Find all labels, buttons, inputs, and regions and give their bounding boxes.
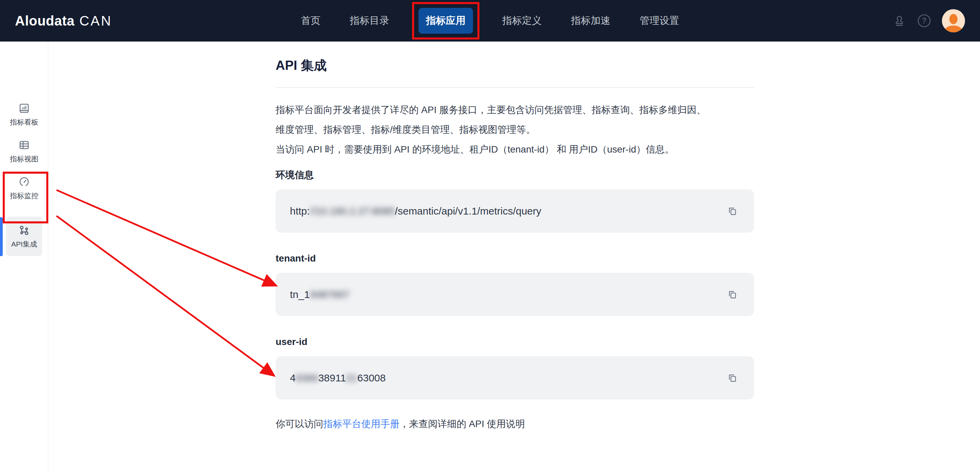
section-label-env: 环境信息 bbox=[275, 167, 754, 183]
value-segment: 38911 bbox=[318, 372, 346, 383]
avatar-body-shape bbox=[944, 26, 963, 32]
footnote-pre: 你可以访问 bbox=[275, 419, 323, 429]
section-label-tenant-id: tenant-id bbox=[275, 251, 754, 266]
stamp-icon-glyph bbox=[892, 14, 907, 28]
main-panel: API 集成 指标平台面向开发者提供了详尽的 API 服务接口，主要包含访问凭据… bbox=[48, 41, 980, 472]
manual-footnote: 你可以访问指标平台使用手册，来查阅详细的 API 使用说明 bbox=[275, 416, 754, 432]
env-url-value: http://10.160.2.27:8085/semantic/api/v1.… bbox=[290, 205, 541, 217]
brand-suffix: CAN bbox=[79, 13, 112, 29]
app-logo: Aloudata CAN bbox=[15, 13, 112, 29]
nav-item-home[interactable]: 首页 bbox=[301, 14, 321, 27]
nav-item-admin-settings[interactable]: 管理设置 bbox=[640, 14, 679, 27]
top-navbar: Aloudata CAN 首页 指标目录 指标应用 指标定义 指标加速 管理设置… bbox=[0, 0, 980, 41]
blurred-segment: 9487697 bbox=[310, 289, 350, 300]
env-url-field: http://10.160.2.27:8085/semantic/api/v1.… bbox=[275, 189, 754, 233]
blurred-segment: //10.160.2.27:8085 bbox=[310, 205, 395, 217]
sidebar-item-label: API集成 bbox=[11, 239, 37, 249]
table-icon bbox=[18, 139, 30, 151]
nav-item-metric-catalog[interactable]: 指标目录 bbox=[350, 14, 389, 27]
api-integration-page: API 集成 指标平台面向开发者提供了详尽的 API 服务接口，主要包含访问凭据… bbox=[275, 41, 754, 432]
value-segment: 4 bbox=[290, 372, 296, 383]
copy-icon bbox=[726, 372, 738, 384]
description-line: 当访问 API 时，需要使用到 API 的环境地址、租户ID（tenant-id… bbox=[275, 140, 754, 159]
sidebar-item-metric-view[interactable]: 指标视图 bbox=[6, 134, 42, 168]
sidebar-item-label: 指标视图 bbox=[10, 154, 38, 164]
gauge-icon bbox=[18, 176, 30, 188]
value-segment: tn_1 bbox=[290, 289, 310, 300]
sidebar-item-metric-monitor[interactable]: 指标监控 bbox=[6, 171, 42, 205]
page-description: 指标平台面向开发者提供了详尽的 API 服务接口，主要包含访问凭据管理、指标查询… bbox=[275, 100, 754, 159]
brand-name: Aloudata bbox=[15, 13, 75, 29]
copy-button[interactable] bbox=[725, 370, 740, 386]
sidebar-item-label: 指标监控 bbox=[10, 191, 38, 201]
copy-icon bbox=[726, 289, 738, 301]
blurred-segment: 6366 bbox=[296, 372, 318, 383]
copy-button[interactable] bbox=[725, 287, 740, 302]
copy-button[interactable] bbox=[725, 204, 740, 218]
value-segment: 63008 bbox=[357, 372, 385, 383]
description-line: 维度管理、指标管理、指标/维度类目管理、指标视图管理等。 bbox=[275, 120, 754, 140]
title-divider bbox=[275, 87, 754, 88]
user-id-value: 46366389112163008 bbox=[290, 372, 385, 384]
nav-item-metric-app[interactable]: 指标应用 bbox=[418, 8, 473, 34]
copy-icon bbox=[726, 205, 738, 217]
left-sidebar: 指标看板 指标视图 指标监控 API集成 bbox=[0, 41, 48, 472]
primary-nav: 首页 指标目录 指标应用 指标定义 指标加速 管理设置 bbox=[301, 0, 679, 41]
footnote-post: ，来查阅详细的 API 使用说明 bbox=[399, 419, 525, 429]
blurred-segment: 21 bbox=[346, 372, 357, 383]
manual-link[interactable]: 指标平台使用手册 bbox=[323, 419, 399, 429]
description-line: 指标平台面向开发者提供了详尽的 API 服务接口，主要包含访问凭据管理、指标查询… bbox=[275, 100, 754, 120]
nav-item-metric-acceleration[interactable]: 指标加速 bbox=[571, 14, 611, 27]
section-label-user-id: user-id bbox=[275, 335, 754, 349]
user-id-field: 46366389112163008 bbox=[275, 356, 754, 399]
dashboard-icon bbox=[18, 102, 30, 115]
page-title: API 集成 bbox=[275, 57, 754, 74]
help-icon[interactable]: ? bbox=[918, 14, 931, 27]
nav-item-metric-app-wrap: 指标应用 bbox=[418, 8, 473, 34]
stamp-icon[interactable] bbox=[892, 14, 907, 28]
value-segment: /semantic/api/v1.1/metrics/query bbox=[395, 205, 541, 217]
tenant-id-value: tn_19487697 bbox=[290, 289, 350, 300]
user-avatar[interactable] bbox=[942, 9, 965, 32]
sidebar-item-metric-dashboard[interactable]: 指标看板 bbox=[6, 97, 42, 131]
sidebar-item-api-integration[interactable]: API集成 bbox=[6, 217, 42, 256]
tenant-id-field: tn_19487697 bbox=[275, 273, 754, 316]
active-item-indicator bbox=[0, 217, 3, 256]
avatar-head-shape bbox=[950, 14, 958, 24]
help-icon-glyph: ? bbox=[918, 14, 931, 27]
value-segment: http: bbox=[290, 205, 310, 217]
nav-item-metric-definition[interactable]: 指标定义 bbox=[502, 14, 542, 27]
sidebar-item-label: 指标看板 bbox=[10, 118, 38, 127]
navbar-right-icons: ? bbox=[892, 9, 965, 32]
api-flow-icon bbox=[18, 224, 30, 236]
